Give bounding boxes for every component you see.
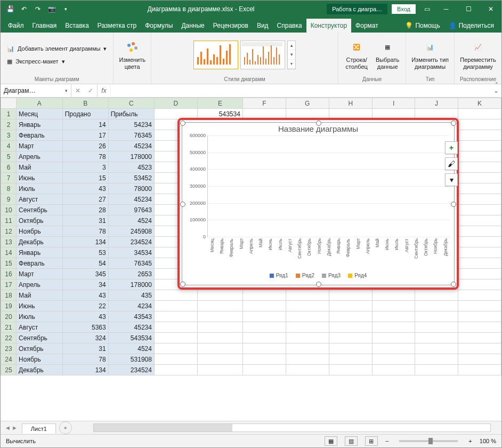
cancel-edit-icon[interactable]: ✕: [71, 87, 84, 94]
cell-14-B[interactable]: 53: [62, 247, 108, 258]
cell-24-B[interactable]: 78: [62, 354, 108, 365]
cell-15-B[interactable]: 54: [62, 258, 108, 269]
cell-11-A[interactable]: Октябрь: [17, 215, 63, 226]
cell-24-K[interactable]: [458, 354, 501, 365]
cell-20-K[interactable]: [458, 311, 501, 322]
cell-23-J[interactable]: [415, 343, 458, 354]
embedded-chart[interactable]: Название диаграммы 010000020000030000040…: [177, 118, 459, 290]
view-normal-icon[interactable]: ▦: [325, 436, 337, 446]
cell-3-A[interactable]: Февраль: [17, 130, 63, 141]
cell-14-K[interactable]: [458, 247, 501, 258]
col-header-I[interactable]: I: [372, 98, 415, 109]
cell-25-K[interactable]: [458, 365, 501, 375]
cell-22-B[interactable]: 324: [62, 333, 108, 343]
tab-вид[interactable]: Вид: [253, 19, 273, 33]
row-header-21[interactable]: 21: [1, 322, 17, 333]
cell-18-G[interactable]: [286, 290, 329, 301]
row-header-5[interactable]: 5: [1, 151, 17, 162]
row-header-11[interactable]: 11: [1, 215, 17, 226]
col-header-G[interactable]: G: [286, 98, 329, 109]
chart-style-gallery[interactable]: ▲▼▾: [193, 41, 296, 69]
cell-19-E[interactable]: [197, 301, 242, 311]
qat-dropdown-icon[interactable]: ▾: [60, 4, 71, 14]
cell-16-B[interactable]: 345: [62, 269, 108, 279]
cell-10-K[interactable]: [458, 205, 501, 215]
cell-13-A[interactable]: Декабрь: [17, 237, 63, 247]
cell-6-C[interactable]: 4523: [108, 162, 154, 173]
cell-20-G[interactable]: [286, 311, 329, 322]
cell-11-K[interactable]: [458, 215, 501, 226]
cell-22-H[interactable]: [329, 333, 372, 343]
row-header-15[interactable]: 15: [1, 258, 17, 269]
chart-styles-button[interactable]: 🖌: [445, 157, 458, 170]
cell-21-I[interactable]: [372, 322, 415, 333]
cell-24-E[interactable]: [197, 354, 242, 365]
name-box[interactable]: Диаграм…▾: [1, 84, 71, 97]
cell-16-A[interactable]: Март: [17, 269, 63, 279]
close-button[interactable]: ✕: [480, 1, 501, 18]
sheet-tab-1[interactable]: Лист1: [22, 423, 56, 434]
tab-разметка стр[interactable]: Разметка стр: [93, 19, 141, 33]
change-colors-button[interactable]: Изменить цвета: [119, 40, 145, 70]
tell-me[interactable]: 💡 Помощь: [401, 19, 444, 33]
cell-17-C[interactable]: 178000: [108, 279, 154, 290]
cell-23-B[interactable]: 31: [62, 343, 108, 354]
chart-filters-button[interactable]: ▾: [445, 173, 458, 186]
chart-elements-button[interactable]: +: [445, 141, 458, 154]
view-page-layout-icon[interactable]: ▥: [345, 436, 358, 446]
cell-19-C[interactable]: 4234: [108, 301, 154, 311]
row-header-4[interactable]: 4: [1, 141, 17, 151]
tab-формат[interactable]: Формат: [351, 19, 383, 33]
cell-4-C[interactable]: 45234: [108, 141, 154, 151]
cell-24-G[interactable]: [286, 354, 329, 365]
row-header-16[interactable]: 16: [1, 269, 17, 279]
chart-style-1[interactable]: [193, 41, 238, 69]
cell-20-H[interactable]: [329, 311, 372, 322]
zoom-slider[interactable]: [399, 440, 458, 442]
cell-19-J[interactable]: [415, 301, 458, 311]
cell-21-J[interactable]: [415, 322, 458, 333]
sheet-nav-prev-icon[interactable]: ◄: [5, 425, 11, 431]
cell-19-K[interactable]: [458, 301, 501, 311]
fx-icon[interactable]: fx: [98, 84, 111, 97]
quick-layout-button[interactable]: ▦Экспресс-макет ▾: [6, 56, 108, 67]
add-sheet-button[interactable]: +: [59, 421, 72, 434]
ribbon-display-icon[interactable]: ▭: [420, 5, 434, 13]
row-header-23[interactable]: 23: [1, 343, 17, 354]
cell-20-J[interactable]: [415, 311, 458, 322]
row-header-20[interactable]: 20: [1, 311, 17, 322]
cell-23-F[interactable]: [242, 343, 286, 354]
cell-11-B[interactable]: 31: [62, 215, 108, 226]
cell-2-A[interactable]: Январь: [17, 119, 63, 130]
cell-25-I[interactable]: [372, 365, 415, 375]
cell-19-A[interactable]: Июнь: [17, 301, 63, 311]
collapse-ribbon-icon[interactable]: ˄: [495, 82, 498, 89]
cell-19-I[interactable]: [372, 301, 415, 311]
cell-25-E[interactable]: [197, 365, 242, 375]
undo-icon[interactable]: ↶: [19, 4, 29, 14]
cell-11-C[interactable]: 4524: [108, 215, 154, 226]
cell-10-B[interactable]: 28: [62, 205, 108, 215]
cell-19-G[interactable]: [286, 301, 329, 311]
tab-формулы[interactable]: Формулы: [141, 19, 177, 33]
cell-2-B[interactable]: 14: [62, 119, 108, 130]
zoom-level[interactable]: 100 %: [480, 438, 496, 444]
cell-18-H[interactable]: [329, 290, 372, 301]
cell-16-C[interactable]: 2653: [108, 269, 154, 279]
maximize-button[interactable]: ☐: [458, 1, 479, 18]
cell-21-G[interactable]: [286, 322, 329, 333]
cell-25-C[interactable]: 234524: [108, 365, 154, 375]
sheet-nav-next-icon[interactable]: ►: [12, 425, 18, 431]
cell-17-A[interactable]: Апрель: [17, 279, 63, 290]
cell-1-B[interactable]: Продано: [62, 109, 108, 119]
cell-24-I[interactable]: [372, 354, 415, 365]
select-data-button[interactable]: ▦ Выбрать данные: [375, 40, 400, 70]
cell-25-J[interactable]: [415, 365, 458, 375]
view-page-break-icon[interactable]: ⊞: [365, 436, 378, 446]
tab-справка[interactable]: Справка: [273, 19, 306, 33]
cell-22-J[interactable]: [415, 333, 458, 343]
chart-style-2[interactable]: [240, 41, 285, 69]
cell-21-A[interactable]: Август: [17, 322, 63, 333]
cell-18-A[interactable]: Май: [17, 290, 63, 301]
cell-8-K[interactable]: [458, 183, 501, 194]
